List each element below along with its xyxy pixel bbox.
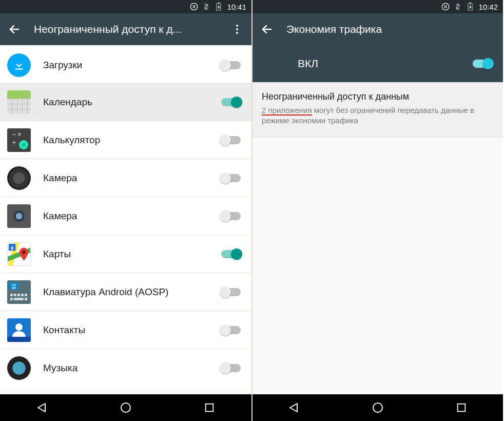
pause-icon (441, 3, 450, 11)
music-icon (7, 356, 31, 380)
app-list: Загрузки Календарь − ×+= Калькулятор Кам… (0, 45, 251, 394)
svg-rect-29 (17, 294, 20, 296)
master-switch-panel[interactable]: ВКЛ (253, 45, 503, 82)
svg-rect-27 (10, 294, 13, 296)
svg-text:+: + (12, 139, 16, 146)
svg-rect-46 (470, 3, 471, 4)
svg-rect-28 (14, 294, 16, 296)
app-row[interactable]: Загрузки (0, 45, 251, 83)
no-sim-icon (454, 3, 462, 11)
svg-point-0 (191, 3, 198, 10)
app-label: Календарь (43, 97, 220, 108)
toggle-switch[interactable] (220, 362, 242, 374)
master-toggle-switch[interactable] (471, 58, 494, 70)
svg-rect-31 (25, 294, 27, 296)
app-label: Камера (43, 210, 220, 222)
svg-point-39 (121, 403, 130, 412)
camera-icon (7, 166, 31, 190)
back-button[interactable] (4, 19, 25, 40)
svg-text:− ×: − × (12, 131, 21, 138)
app-label: Загрузки (43, 60, 220, 71)
nav-recent-button[interactable] (443, 397, 479, 418)
svg-marker-49 (290, 404, 297, 412)
svg-point-37 (15, 323, 23, 331)
page-title: Неограниченный доступ к д... (34, 23, 218, 35)
status-time: 10:42 (478, 3, 498, 11)
app-row[interactable]: Камера (0, 197, 251, 235)
no-sim-icon (202, 3, 210, 11)
toggle-switch[interactable] (220, 286, 242, 298)
download-icon (7, 53, 31, 77)
navigation-bar (253, 394, 503, 421)
svg-point-41 (442, 3, 449, 10)
app-row[interactable]: Календарь (0, 83, 251, 121)
battery-charging-icon (466, 3, 474, 11)
battery-charging-icon (215, 3, 223, 11)
svg-rect-30 (21, 294, 24, 296)
svg-point-10 (236, 32, 238, 34)
app-label: Контакты (43, 324, 220, 336)
app-row[interactable]: Контакты (0, 311, 251, 349)
master-switch-label: ВКЛ (298, 58, 318, 70)
svg-text:SP: SP (12, 286, 16, 290)
app-label: Калькулятор (43, 135, 220, 146)
svg-text:g: g (11, 245, 13, 250)
svg-point-50 (373, 403, 382, 412)
app-row[interactable]: Камера (0, 159, 251, 197)
status-bar: 10:42 (253, 0, 503, 13)
svg-rect-5 (218, 3, 220, 4)
pause-icon (190, 3, 198, 11)
row-description: 2 приложения могут без ограничений перед… (262, 105, 494, 126)
app-bar: Экономия трафика (253, 13, 503, 45)
nav-recent-button[interactable] (191, 397, 227, 418)
calculator-icon: − ×+= (7, 128, 31, 152)
toggle-switch[interactable] (220, 96, 242, 108)
nav-back-button[interactable] (276, 397, 312, 418)
app-label: Клавиатура Android (AOSP) (43, 286, 220, 298)
app-label: Камера (43, 173, 220, 184)
row-title: Неограниченный доступ к данным (262, 91, 494, 102)
status-bar: 10:41 (0, 0, 251, 13)
svg-marker-6 (218, 5, 220, 10)
empty-area (253, 137, 503, 395)
svg-rect-32 (10, 298, 13, 300)
app-bar: Неограниченный доступ к д... (0, 13, 251, 45)
maps-icon: g (7, 242, 31, 266)
toggle-switch[interactable] (220, 248, 242, 260)
overflow-menu-button[interactable] (227, 19, 247, 40)
svg-rect-36 (7, 337, 31, 342)
svg-point-9 (236, 28, 238, 30)
svg-marker-38 (38, 404, 45, 412)
svg-rect-34 (25, 298, 27, 300)
toggle-switch[interactable] (220, 59, 242, 71)
svg-rect-51 (457, 404, 465, 412)
svg-rect-33 (14, 298, 24, 300)
app-count: 2 приложения (262, 106, 312, 116)
screen-unrestricted-apps: 10:41 Неограниченный доступ к д... Загру… (0, 0, 251, 421)
toggle-switch[interactable] (220, 210, 242, 222)
keyboard-icon: AOSP (7, 280, 31, 304)
status-time: 10:41 (227, 3, 246, 11)
nav-home-button[interactable] (108, 397, 144, 418)
nav-back-button[interactable] (24, 397, 60, 418)
app-row[interactable]: − ×+= Калькулятор (0, 121, 251, 159)
svg-point-8 (236, 25, 238, 27)
app-label: Музыка (43, 362, 220, 374)
unrestricted-data-row[interactable]: Неограниченный доступ к данным 2 приложе… (253, 82, 503, 137)
svg-text:=: = (22, 141, 25, 148)
svg-marker-47 (470, 5, 472, 10)
toggle-switch[interactable] (220, 324, 242, 336)
nav-home-button[interactable] (360, 397, 396, 418)
svg-point-22 (22, 250, 26, 254)
camera2-icon (7, 204, 31, 228)
toggle-switch[interactable] (220, 172, 242, 184)
svg-rect-11 (15, 68, 23, 69)
toggle-switch[interactable] (220, 134, 242, 146)
app-row[interactable]: AOSP Клавиатура Android (AOSP) (0, 273, 251, 311)
navigation-bar (0, 394, 251, 421)
app-row[interactable]: Музыка (0, 349, 251, 387)
back-button[interactable] (257, 19, 277, 40)
app-row[interactable]: g Карты (0, 235, 251, 273)
svg-rect-40 (206, 404, 214, 412)
app-label: Карты (43, 248, 220, 260)
